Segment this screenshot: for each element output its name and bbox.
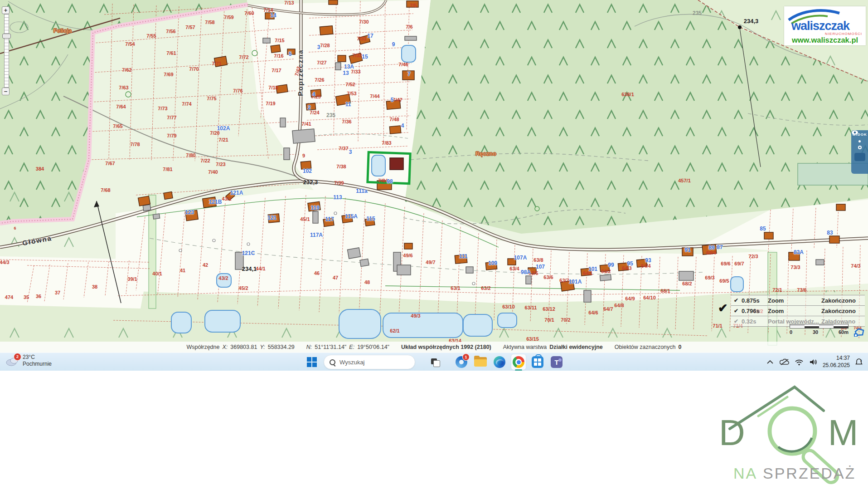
edge-icon <box>494 356 505 368</box>
y-label: Y: <box>260 344 265 350</box>
status-check: ✔ <box>731 318 742 324</box>
search-placeholder: Wyszukaj <box>339 359 365 366</box>
building <box>508 259 516 265</box>
building <box>164 192 173 200</box>
view-panel-tab[interactable]: WIDOK <box>851 130 868 174</box>
volume-icon[interactable] <box>808 356 819 368</box>
teams-icon: T <box>551 356 563 368</box>
pond <box>402 45 416 62</box>
footer-area: D M NA SPRZEDAŻ <box>0 371 868 490</box>
loading-status-row: ✔0.875sZoomZakończono <box>731 295 865 306</box>
agency-watermark: waliszczak NIERUCHOMOŚCI www.waliszczak.… <box>784 6 866 45</box>
x-value: 369803.81 <box>230 344 257 350</box>
building <box>329 0 338 5</box>
zoom-out-button[interactable]: − <box>2 88 10 95</box>
building <box>265 13 274 19</box>
weather-widget[interactable]: 2 23°C Pochmurnie <box>5 354 52 368</box>
status-status: Zakończono <box>821 308 865 314</box>
building <box>347 248 360 259</box>
search-input[interactable]: Wyszukaj <box>324 355 415 369</box>
building <box>679 271 693 280</box>
building <box>268 214 279 223</box>
taskbar: 2 23°C Pochmurnie Wyszukaj 1 <box>0 353 868 371</box>
building <box>287 49 295 54</box>
scale-label: 60m <box>839 329 849 335</box>
loading-status-overlay: ✔ ✔0.875sZoomZakończono✔0.796sZoomZakońc… <box>731 295 865 327</box>
svg-text:z: z <box>860 359 862 362</box>
building <box>702 245 717 255</box>
teams-button[interactable]: T <box>549 354 564 370</box>
start-button[interactable] <box>305 354 319 370</box>
building <box>526 276 531 284</box>
building <box>404 243 412 249</box>
crs-value: Układ współrzędnych 1992 (2180) <box>401 344 491 350</box>
task-view-icon-front <box>433 360 440 367</box>
building <box>389 126 401 134</box>
file-explorer-button[interactable] <box>473 354 488 370</box>
n-label: N: <box>306 344 312 350</box>
building <box>310 89 321 97</box>
n-value: 51°11'31.14" <box>315 344 346 350</box>
clock-time: 14:37 <box>823 355 850 362</box>
green-strip <box>149 195 156 309</box>
pond <box>383 313 463 338</box>
building <box>600 274 611 281</box>
building <box>455 255 467 264</box>
building <box>360 259 369 267</box>
building <box>528 268 536 274</box>
zoom-slider-handle[interactable] <box>2 34 11 39</box>
taskbar-clock[interactable]: 14:37 25.06.2025 <box>823 355 850 369</box>
building <box>764 232 773 239</box>
building <box>816 260 824 265</box>
notifications-app-button[interactable]: 1 <box>454 354 469 370</box>
building <box>397 265 411 275</box>
e-label: E: <box>349 344 354 350</box>
building <box>342 215 353 223</box>
zoom-in-button[interactable]: + <box>2 6 10 14</box>
building <box>323 218 334 227</box>
logo-letter-d: D <box>719 412 745 453</box>
watermark-url: www.waliszczak.pl <box>791 36 858 44</box>
logo-letter-m: M <box>828 412 858 453</box>
watermark-brand: waliszczak <box>791 19 850 33</box>
watermark-tagline: NIERUCHOMOŚCI <box>825 32 862 36</box>
dom-na-sprzedaz-logo: D M NA SPRZEDAŻ <box>659 383 868 490</box>
coordinates-status-bar: Współrzędne X: 369803.81 Y: 558334.29 N:… <box>0 342 868 353</box>
building <box>143 205 151 211</box>
building <box>402 71 414 80</box>
microsoft-store-button[interactable] <box>530 354 545 370</box>
pond <box>171 312 191 333</box>
building <box>561 280 575 291</box>
logo-na: NA <box>733 465 757 482</box>
weather-condition: Pochmurnie <box>23 361 52 368</box>
scale-segments <box>790 324 849 328</box>
chrome-icon <box>513 356 524 368</box>
tray-chevron-up[interactable] <box>765 356 776 368</box>
ring-icon <box>858 146 862 149</box>
wifi-icon[interactable] <box>794 356 805 368</box>
scale-label: 30 <box>813 329 818 335</box>
pond <box>463 314 492 336</box>
edge-button[interactable] <box>492 354 507 370</box>
status-time: 0.796s <box>742 308 768 314</box>
building <box>335 63 341 70</box>
eye-icon[interactable] <box>854 153 865 161</box>
zoom-slider-track[interactable] <box>4 14 9 88</box>
building <box>308 201 320 211</box>
task-view-button[interactable] <box>428 354 442 370</box>
clock-date: 25.06.2025 <box>823 362 850 369</box>
building <box>235 252 243 270</box>
building <box>636 259 647 267</box>
map-canvas[interactable]: GłównaPoprzecznaFelicjaRęczno234,3232,32… <box>0 0 868 353</box>
selected-building <box>390 158 403 170</box>
status-check: ✔ <box>731 308 742 314</box>
status-time: 0.32s <box>742 318 768 325</box>
building <box>203 197 217 208</box>
chrome-button-active[interactable] <box>511 354 526 370</box>
store-icon <box>532 356 543 368</box>
dot-icon <box>858 140 861 142</box>
building <box>276 84 288 93</box>
onedrive-paused-icon[interactable] <box>779 356 790 368</box>
notification-bell-icon[interactable]: z <box>853 356 864 368</box>
building <box>138 196 150 206</box>
